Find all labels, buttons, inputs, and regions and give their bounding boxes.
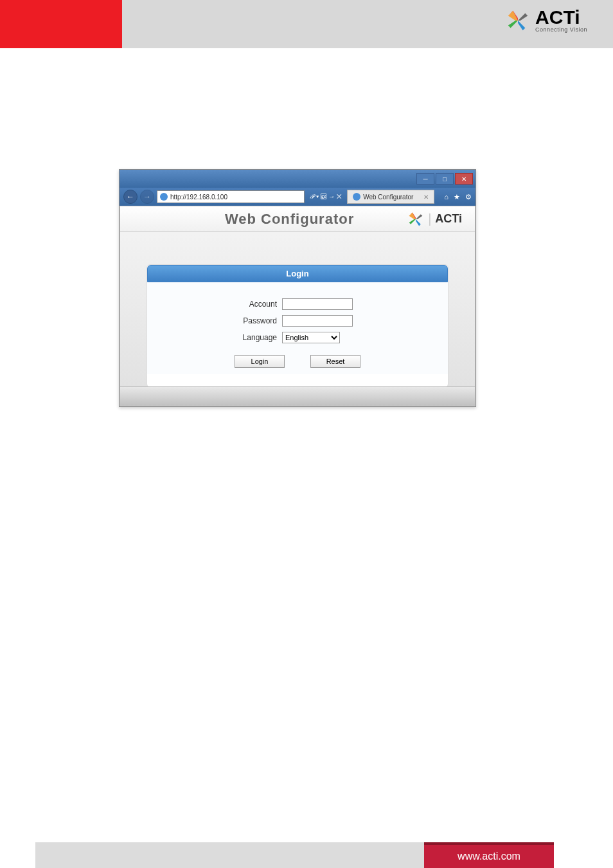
button-row: Login Reset bbox=[173, 355, 422, 368]
footer-url-bar: www.acti.com bbox=[424, 842, 554, 868]
butterfly-icon-small bbox=[407, 211, 424, 228]
language-row: Language English bbox=[173, 332, 422, 343]
tab-title: Web Configurator bbox=[363, 194, 413, 201]
account-label: Account bbox=[173, 300, 282, 309]
brand-name: ACTi bbox=[535, 8, 587, 27]
brand-logo-top: ACTi Connecting Vision bbox=[506, 8, 587, 33]
tools-icon[interactable]: ⚙ bbox=[465, 193, 472, 201]
browser-window: ─ □ ✕ ← → http://192.168.0.100 𝒫 ▾ 🗟 → ✕… bbox=[119, 169, 476, 407]
page-content: Web Configurator | ACTi Login bbox=[120, 206, 475, 406]
red-decoration bbox=[0, 0, 122, 48]
language-label: Language bbox=[173, 333, 282, 342]
top-banner: ACTi Connecting Vision bbox=[0, 0, 613, 48]
gray-banner: ACTi Connecting Vision bbox=[122, 0, 613, 48]
home-icon[interactable]: ⌂ bbox=[444, 193, 449, 201]
page-title: Web Configurator bbox=[172, 211, 407, 228]
favorites-icon[interactable]: ★ bbox=[454, 193, 460, 201]
password-input[interactable] bbox=[282, 315, 353, 327]
url-text: http://192.168.0.100 bbox=[170, 194, 227, 201]
login-panel: Login Account Password Language English bbox=[147, 264, 449, 388]
address-bar[interactable]: http://192.168.0.100 bbox=[157, 190, 305, 203]
tab-close-icon[interactable]: ✕ bbox=[423, 194, 429, 201]
browser-action-icons: ⌂ ★ ⚙ bbox=[444, 193, 472, 201]
browser-tab[interactable]: Web Configurator ✕ bbox=[347, 190, 434, 204]
butterfly-icon bbox=[506, 8, 530, 33]
footer-gray-bar bbox=[35, 842, 424, 868]
tab-favicon bbox=[353, 193, 360, 201]
forward-button[interactable]: → bbox=[140, 190, 154, 204]
window-title-bar: ─ □ ✕ bbox=[120, 170, 475, 188]
reset-button[interactable]: Reset bbox=[310, 355, 360, 368]
page-footer-gradient bbox=[120, 386, 475, 406]
account-row: Account bbox=[173, 298, 422, 310]
login-form: Account Password Language English Login … bbox=[147, 282, 448, 374]
window-controls: ─ □ ✕ bbox=[416, 173, 473, 185]
logo-divider: | bbox=[428, 212, 431, 226]
brand-tagline: Connecting Vision bbox=[535, 27, 587, 33]
password-label: Password bbox=[173, 316, 282, 325]
password-row: Password bbox=[173, 315, 422, 327]
ie-icon bbox=[160, 193, 168, 201]
account-input[interactable] bbox=[282, 298, 353, 310]
maximize-button[interactable]: □ bbox=[436, 173, 454, 185]
login-header: Login bbox=[147, 265, 448, 282]
close-button[interactable]: ✕ bbox=[455, 173, 473, 185]
login-button[interactable]: Login bbox=[235, 355, 285, 368]
page-brand-text: ACTi bbox=[435, 212, 462, 226]
back-button[interactable]: ← bbox=[123, 190, 138, 204]
address-bar-icons[interactable]: 𝒫 ▾ 🗟 → ✕ bbox=[310, 193, 342, 201]
minimize-button[interactable]: ─ bbox=[416, 173, 434, 185]
page-header: Web Configurator | ACTi bbox=[120, 206, 475, 232]
document-footer: www.acti.com bbox=[0, 842, 613, 868]
browser-toolbar: ← → http://192.168.0.100 𝒫 ▾ 🗟 → ✕ Web C… bbox=[120, 188, 475, 206]
page-brand-logo: | ACTi bbox=[407, 211, 462, 228]
footer-url: www.acti.com bbox=[458, 851, 520, 862]
language-select[interactable]: English bbox=[282, 332, 340, 343]
